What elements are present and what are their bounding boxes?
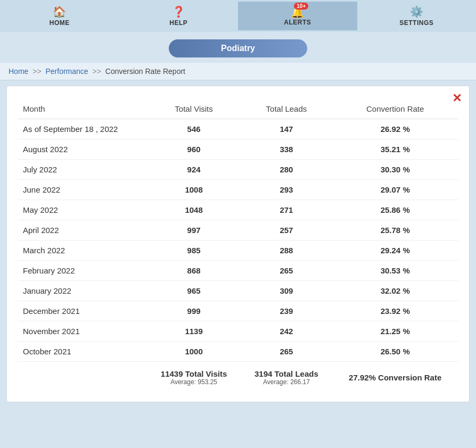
- footer-visits-avg: Average: 953.25: [152, 378, 236, 386]
- table-row: July 2022 924 280 30.30 %: [18, 160, 458, 180]
- cell-visits: 997: [147, 220, 241, 240]
- cell-rate: 25.86 %: [332, 200, 458, 220]
- cell-rate: 30.53 %: [332, 261, 458, 281]
- cell-rate: 29.24 %: [332, 240, 458, 261]
- alerts-wrapper: 🔔 10+: [291, 6, 304, 19]
- breadcrumb-current: Conversion Rate Report: [105, 67, 185, 76]
- footer-rate: 27.92% Conversion Rate: [332, 362, 458, 392]
- nav-help-label: HELP: [169, 19, 187, 27]
- cell-leads: 338: [241, 139, 332, 160]
- table-row: October 2021 1000 265 26.50 %: [18, 342, 458, 362]
- cell-rate: 35.21 %: [332, 139, 458, 160]
- footer-leads-total: 3194 Total Leads: [246, 369, 326, 378]
- cell-visits: 960: [147, 139, 241, 160]
- table-row: February 2022 868 265 30.53 %: [18, 261, 458, 281]
- table-row: January 2022 965 309 32.02 %: [18, 281, 458, 301]
- table-row: As of September 18 , 2022 546 147 26.92 …: [18, 119, 458, 139]
- cell-month: January 2022: [18, 281, 147, 301]
- table-row: December 2021 999 239 23.92 %: [18, 301, 458, 321]
- cell-leads: 265: [241, 261, 332, 281]
- cell-leads: 242: [241, 321, 332, 342]
- cell-month: August 2022: [18, 139, 147, 160]
- cell-visits: 965: [147, 281, 241, 301]
- alerts-badge: 10+: [294, 3, 308, 10]
- cell-month: June 2022: [18, 180, 147, 200]
- cell-month: As of September 18 , 2022: [18, 119, 147, 139]
- table-row: April 2022 997 257 25.78 %: [18, 220, 458, 240]
- cell-rate: 25.78 %: [332, 220, 458, 240]
- col-header-month: Month: [18, 100, 147, 119]
- cell-rate: 21.25 %: [332, 321, 458, 342]
- cell-rate: 29.07 %: [332, 180, 458, 200]
- cell-leads: 288: [241, 240, 332, 261]
- breadcrumb: Home >> Performance >> Conversion Rate R…: [0, 63, 476, 80]
- cell-leads: 271: [241, 200, 332, 220]
- top-navigation: 🏠 HOME ❓ HELP 🔔 10+ ALERTS ⚙️ SETTINGS: [0, 0, 476, 32]
- specialty-dropdown[interactable]: Podiatry: [169, 39, 307, 57]
- footer-visits: 11439 Total Visits Average: 953.25: [147, 362, 241, 392]
- cell-leads: 280: [241, 160, 332, 180]
- cell-visits: 924: [147, 160, 241, 180]
- table-row: November 2021 1139 242 21.25 %: [18, 321, 458, 342]
- cell-rate: 32.02 %: [332, 281, 458, 301]
- settings-icon: ⚙️: [410, 5, 423, 18]
- footer-rate-total: 27.92% Conversion Rate: [337, 373, 453, 382]
- footer-leads: 3194 Total Leads Average: 266.17: [241, 362, 332, 392]
- nav-settings[interactable]: ⚙️ SETTINGS: [357, 1, 477, 31]
- nav-alerts[interactable]: 🔔 10+ ALERTS: [238, 2, 357, 30]
- cell-month: April 2022: [18, 220, 147, 240]
- help-icon: ❓: [172, 5, 185, 18]
- table-footer-row: 11439 Total Visits Average: 953.25 3194 …: [18, 362, 458, 392]
- cell-month: October 2021: [18, 342, 147, 362]
- cell-month: July 2022: [18, 160, 147, 180]
- table-row: May 2022 1048 271 25.86 %: [18, 200, 458, 220]
- cell-rate: 30.30 %: [332, 160, 458, 180]
- nav-help[interactable]: ❓ HELP: [119, 1, 239, 31]
- table-row: August 2022 960 338 35.21 %: [18, 139, 458, 160]
- breadcrumb-performance[interactable]: Performance: [46, 67, 88, 76]
- breadcrumb-sep-2: >>: [93, 67, 101, 76]
- cell-visits: 985: [147, 240, 241, 261]
- cell-leads: 147: [241, 119, 332, 139]
- col-header-rate: Convertion Rate: [332, 100, 458, 119]
- cell-leads: 239: [241, 301, 332, 321]
- nav-alerts-label: ALERTS: [284, 19, 311, 26]
- col-header-leads: Total Leads: [241, 100, 332, 119]
- cell-month: May 2022: [18, 200, 147, 220]
- home-icon: 🏠: [53, 5, 66, 18]
- nav-settings-label: SETTINGS: [399, 19, 433, 27]
- conversion-rate-table: Month Total Visits Total Leads Convertio…: [18, 100, 458, 391]
- footer-empty: [18, 362, 147, 392]
- cell-month: November 2021: [18, 321, 147, 342]
- cell-leads: 309: [241, 281, 332, 301]
- cell-month: December 2021: [18, 301, 147, 321]
- close-button[interactable]: ✕: [452, 92, 462, 105]
- main-panel: ✕ Month Total Visits Total Leads Convert…: [6, 86, 470, 402]
- nav-home[interactable]: 🏠 HOME: [0, 1, 119, 31]
- footer-visits-total: 11439 Total Visits: [152, 369, 236, 378]
- cell-visits: 1048: [147, 200, 241, 220]
- footer-leads-avg: Average: 266.17: [246, 378, 326, 386]
- cell-visits: 546: [147, 119, 241, 139]
- cell-month: March 2022: [18, 240, 147, 261]
- cell-leads: 293: [241, 180, 332, 200]
- breadcrumb-home[interactable]: Home: [9, 67, 28, 76]
- cell-month: February 2022: [18, 261, 147, 281]
- breadcrumb-sep-1: >>: [32, 67, 41, 76]
- table-row: March 2022 985 288 29.24 %: [18, 240, 458, 261]
- cell-leads: 265: [241, 342, 332, 362]
- col-header-visits: Total Visits: [147, 100, 241, 119]
- cell-rate: 26.92 %: [332, 119, 458, 139]
- dropdown-bar: Podiatry: [0, 32, 476, 63]
- cell-visits: 1008: [147, 180, 241, 200]
- cell-leads: 257: [241, 220, 332, 240]
- table-header-row: Month Total Visits Total Leads Convertio…: [18, 100, 458, 119]
- table-row: June 2022 1008 293 29.07 %: [18, 180, 458, 200]
- cell-visits: 999: [147, 301, 241, 321]
- cell-visits: 1139: [147, 321, 241, 342]
- nav-home-label: HOME: [50, 19, 70, 27]
- cell-rate: 26.50 %: [332, 342, 458, 362]
- cell-rate: 23.92 %: [332, 301, 458, 321]
- cell-visits: 1000: [147, 342, 241, 362]
- cell-visits: 868: [147, 261, 241, 281]
